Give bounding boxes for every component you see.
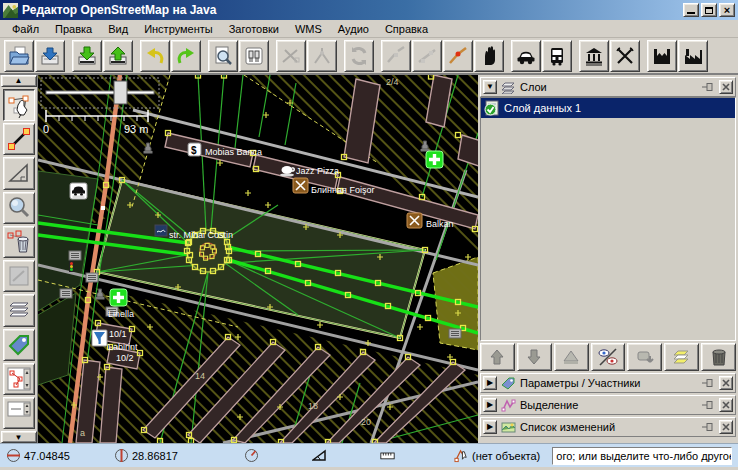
layer-list[interactable]: Слой данных 1 xyxy=(480,97,736,341)
changeset-close-button[interactable] xyxy=(719,420,733,434)
save-button[interactable] xyxy=(35,40,65,72)
redo-button[interactable] xyxy=(171,40,201,72)
audio-list-button[interactable] xyxy=(3,397,35,429)
minimize-button[interactable] xyxy=(683,3,699,17)
object-field: (нет объекта) xyxy=(454,448,540,463)
properties-expand-button[interactable]: ▶ xyxy=(483,376,497,390)
menu-view[interactable]: Вид xyxy=(100,22,136,36)
selection-expand-button[interactable]: ▶ xyxy=(483,398,497,412)
preset-castle-button[interactable] xyxy=(647,40,677,72)
longitude-value: 28.86817 xyxy=(132,450,178,462)
museum-icon xyxy=(583,45,605,67)
tools-scroll-down[interactable]: ▼ xyxy=(1,431,37,443)
restaurant-poi-icon2 xyxy=(407,213,422,228)
open-button[interactable] xyxy=(4,40,34,72)
preset-factory-button[interactable] xyxy=(678,40,708,72)
merge-tool-button[interactable] xyxy=(3,260,35,292)
menu-presets[interactable]: Заготовки xyxy=(221,22,287,36)
preset-bus-button[interactable] xyxy=(542,40,572,72)
layers-pin-button[interactable] xyxy=(701,80,715,94)
layer-row-active[interactable]: Слой данных 1 xyxy=(481,98,735,118)
layer-list-button[interactable] xyxy=(3,294,35,326)
layers-close-button[interactable] xyxy=(719,80,733,94)
download-icon xyxy=(76,45,98,67)
distribute-nodes-icon xyxy=(447,45,469,67)
preset-car-button[interactable] xyxy=(511,40,541,72)
zoom-to-data-icon xyxy=(212,45,234,67)
download-button[interactable] xyxy=(72,40,102,72)
status-help-text[interactable]: ого; или выделите что-либо другое xyxy=(552,447,732,465)
properties-close-button[interactable] xyxy=(719,376,733,390)
draw-nodes-tool-button[interactable] xyxy=(3,123,35,155)
preferences-button[interactable] xyxy=(239,40,269,72)
label-14: 14 xyxy=(195,371,205,381)
properties-panel-header: ▶ Параметры / Участники xyxy=(480,373,736,393)
split-way-button[interactable] xyxy=(276,40,306,72)
label-mobias-banca: Mobias Banca xyxy=(205,147,262,157)
layer-up-button[interactable] xyxy=(480,343,515,371)
refresh-button[interactable] xyxy=(344,40,374,72)
zoom-to-data-button[interactable] xyxy=(208,40,238,72)
map-canvas[interactable]: $ Mobias Banca Jazz Pizza Блинная Foişor… xyxy=(38,75,478,443)
changeset-expand-button[interactable]: ▶ xyxy=(483,420,497,434)
layer-down-button[interactable] xyxy=(517,343,552,371)
layers-collapse-button[interactable]: ▼ xyxy=(483,80,497,94)
extrude-tool-button[interactable] xyxy=(3,157,35,189)
hand-icon xyxy=(478,45,500,67)
save-icon xyxy=(39,45,61,67)
layer-duplicate-button[interactable] xyxy=(664,343,699,371)
changeset-pin-button[interactable] xyxy=(701,420,715,434)
menu-file[interactable]: Файл xyxy=(4,22,47,36)
selection-close-button[interactable] xyxy=(719,398,733,412)
selection-icon xyxy=(501,399,516,412)
menu-help[interactable]: Справка xyxy=(377,22,436,36)
window-title: Редактор OpenStreetMap на Java xyxy=(22,3,683,17)
preset-restaurant-button[interactable] xyxy=(610,40,640,72)
castle-icon xyxy=(651,45,673,67)
selection-pin-button[interactable] xyxy=(701,398,715,412)
tags-button[interactable] xyxy=(3,329,35,361)
layers-panel-header: ▼ Слои xyxy=(480,77,736,97)
extrude-icon xyxy=(6,160,32,186)
refresh-icon xyxy=(348,45,370,67)
preset-museum-button[interactable] xyxy=(579,40,609,72)
close-button[interactable]: × xyxy=(719,3,735,17)
svg-text:$: $ xyxy=(191,145,197,156)
select-tool-button[interactable] xyxy=(3,89,35,121)
menu-audio[interactable]: Аудио xyxy=(330,22,377,36)
combine-way-icon xyxy=(311,45,333,67)
undo-button[interactable] xyxy=(140,40,170,72)
longitude-icon xyxy=(114,448,129,463)
menu-wms[interactable]: WMS xyxy=(287,22,330,36)
maximize-button[interactable] xyxy=(701,3,717,17)
latitude-field: 47.04845 xyxy=(6,448,92,463)
align-nodes-button[interactable] xyxy=(412,40,442,72)
josm-window: { "window": { "title": "Редактор OpenStr… xyxy=(0,0,738,470)
unglue-button[interactable] xyxy=(381,40,411,72)
move-tool-button[interactable] xyxy=(474,40,504,72)
tools-scroll-up[interactable]: ▲ xyxy=(1,75,37,87)
merge-icon xyxy=(6,263,32,289)
zoom-icon xyxy=(6,195,32,221)
menu-edit[interactable]: Правка xyxy=(47,22,100,36)
layer-merge-button[interactable] xyxy=(627,343,662,371)
preferences-icon xyxy=(243,45,265,67)
label-balkan: Balkan xyxy=(426,219,454,229)
menu-tools[interactable]: Инструменты xyxy=(136,22,221,36)
nightclub-icon xyxy=(92,330,107,346)
node-list-button[interactable] xyxy=(3,363,35,395)
delete-icon xyxy=(6,229,32,255)
layer-delete-button[interactable] xyxy=(701,343,736,371)
traffic-signal-icon xyxy=(69,261,74,272)
properties-pin-button[interactable] xyxy=(701,376,715,390)
delete-tool-button[interactable] xyxy=(3,226,35,258)
ford-icon xyxy=(155,225,167,236)
upload-button[interactable] xyxy=(103,40,133,72)
label-labirint: Labirint xyxy=(108,342,138,352)
distribute-nodes-button[interactable] xyxy=(443,40,473,72)
combine-way-button[interactable] xyxy=(307,40,337,72)
layer-visibility-button[interactable] xyxy=(591,343,626,371)
layer-activate-button[interactable] xyxy=(554,343,589,371)
zoom-tool-button[interactable] xyxy=(3,192,35,224)
app-icon xyxy=(3,3,18,18)
